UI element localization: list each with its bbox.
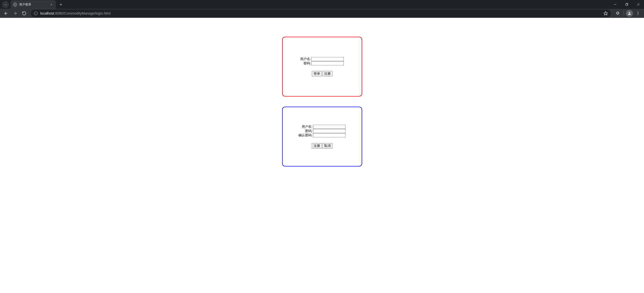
svg-point-16 [638,12,638,13]
register-confirm-row: 确认密码: [298,133,346,138]
register-button[interactable]: 注册 [312,143,322,149]
login-form: 用户名: 密码: [300,57,344,65]
login-panel: 用户名: 密码: 登录 注册 [282,37,362,97]
tab-search-button[interactable] [2,1,9,8]
url-text: localhost:8080/CommodityManage/login.htm… [40,11,110,15]
site-info-icon[interactable] [34,11,38,15]
login-password-row: 密码: [300,61,344,65]
url-path: /CommodityManage/login.html [63,11,110,15]
tab-strip: 用户登录 [0,0,644,9]
svg-marker-14 [604,12,608,15]
register-panel: 用户名: 密码: 确认密码: 注册 取消 [282,107,362,166]
register-username-input[interactable] [313,125,346,129]
register-password-input[interactable] [313,129,346,133]
register-confirm-input[interactable] [313,133,346,137]
login-password-label: 密码: [304,61,311,66]
extensions-icon[interactable] [614,10,622,17]
menu-icon[interactable] [634,10,642,17]
back-button[interactable] [2,10,10,17]
svg-point-17 [638,13,638,14]
svg-point-15 [629,12,630,13]
star-icon[interactable] [603,11,608,16]
login-password-input[interactable] [311,61,344,65]
minimize-button[interactable] [609,1,621,8]
new-tab-button[interactable] [57,1,64,8]
register-confirm-label: 确认密码: [298,133,313,138]
login-button-row: 登录 注册 [312,71,332,76]
login-button[interactable]: 登录 [312,71,322,76]
close-icon[interactable] [49,3,53,7]
profile-button[interactable] [626,10,633,17]
reload-button[interactable] [20,10,28,17]
go-register-button[interactable]: 注册 [322,71,332,76]
address-bar[interactable]: localhost:8080/CommodityManage/login.htm… [31,10,611,17]
url-host: localhost [40,11,54,15]
tab-title: 用户登录 [19,3,47,7]
window-close-button[interactable] [632,1,644,8]
login-username-row: 用户名: [300,57,344,61]
browser-tab[interactable]: 用户登录 [11,0,56,9]
register-form: 用户名: 密码: 确认密码: [298,125,346,138]
window-controls [609,0,644,9]
cancel-button[interactable]: 取消 [322,143,332,149]
svg-rect-6 [626,4,627,6]
register-username-row: 用户名: [298,125,346,129]
forward-button[interactable] [11,10,19,17]
url-port: :8080 [54,11,63,15]
browser-toolbar: localhost:8080/CommodityManage/login.htm… [0,9,644,18]
browser-chrome: 用户登录 [0,0,644,18]
login-username-input[interactable] [311,57,344,61]
register-username-label: 用户名: [302,124,313,129]
toolbar-divider [624,11,624,16]
page-content: 用户名: 密码: 登录 注册 用户名: 密码: 确认密码: [0,18,644,166]
login-username-label: 用户名: [300,57,311,61]
register-password-label: 密码: [305,129,313,133]
globe-icon [13,3,17,7]
maximize-button[interactable] [621,1,632,8]
register-password-row: 密码: [298,129,346,133]
register-button-row: 注册 取消 [312,143,332,149]
svg-point-18 [638,14,638,15]
